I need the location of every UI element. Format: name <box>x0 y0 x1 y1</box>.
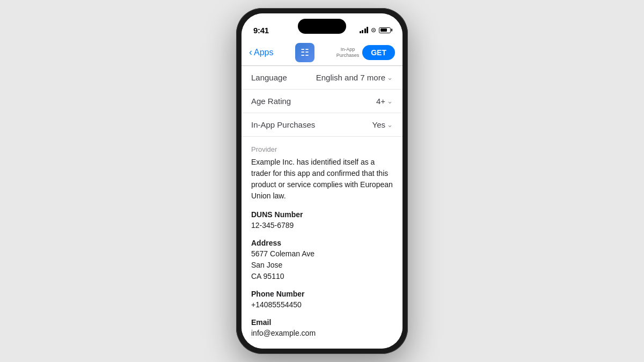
address-value: 5677 Coleman AveSan JoseCA 95110 <box>251 248 393 282</box>
phone-value: +14085554450 <box>251 299 393 311</box>
in-app-purchases-row[interactable]: In-App Purchases Yes ⌄ <box>241 113 402 137</box>
language-label: Language <box>251 73 287 82</box>
email-value: info@example.com <box>251 328 393 339</box>
signal-icon <box>360 27 369 33</box>
duns-block: DUNS Number 12-345-6789 <box>251 210 393 231</box>
nav-bar: ‹ Apps ☷ In-AppPurchases GET <box>241 39 402 66</box>
email-label: Email <box>251 318 393 327</box>
address-label: Address <box>251 239 393 247</box>
nav-get-area: In-AppPurchases GET <box>336 45 395 60</box>
back-chevron-icon: ‹ <box>249 47 252 57</box>
in-app-purchases-value: Yes <box>372 120 385 129</box>
email-block: Email info@example.com <box>251 318 393 339</box>
provider-section-label: Provider <box>251 145 393 153</box>
phone-label: Phone Number <box>251 290 393 298</box>
dynamic-island <box>298 19 346 34</box>
in-app-purchases-value-area: Yes ⌄ <box>372 120 393 129</box>
app-icon: ☷ <box>295 43 314 62</box>
phone-block: Phone Number +14085554450 <box>251 290 393 311</box>
age-rating-chevron-icon: ⌄ <box>387 97 393 105</box>
provider-description: Example Inc. has identified itself as a … <box>251 157 393 202</box>
status-bar: 9:41 ⊜ <box>241 13 402 39</box>
status-icons: ⊜ <box>360 26 391 34</box>
back-button[interactable]: ‹ Apps <box>249 48 273 57</box>
provider-section: Provider Example Inc. has identified its… <box>241 137 402 349</box>
get-button[interactable]: GET <box>362 45 395 60</box>
phone-screen: 9:41 ⊜ ‹ Apps ☷ In-AppPurchase <box>241 13 402 349</box>
in-app-purchases-label: In-AppPurchases <box>336 47 360 58</box>
in-app-purchases-row-label: In-App Purchases <box>251 120 315 129</box>
status-time: 9:41 <box>253 26 269 35</box>
battery-icon <box>379 27 391 33</box>
age-rating-value: 4+ <box>376 97 385 106</box>
duns-label: DUNS Number <box>251 210 393 219</box>
address-block: Address 5677 Coleman AveSan JoseCA 95110 <box>251 239 393 282</box>
age-rating-label: Age Rating <box>251 97 291 106</box>
language-row[interactable]: Language English and 7 more ⌄ <box>241 66 402 90</box>
language-value-area: English and 7 more ⌄ <box>316 73 393 82</box>
content-area: Language English and 7 more ⌄ Age Rating… <box>241 66 402 349</box>
wifi-icon: ⊜ <box>371 26 376 34</box>
phone-frame: 9:41 ⊜ ‹ Apps ☷ In-AppPurchase <box>236 8 408 354</box>
language-value: English and 7 more <box>316 73 385 82</box>
back-label: Apps <box>254 48 273 57</box>
language-chevron-icon: ⌄ <box>387 73 393 82</box>
in-app-purchases-chevron-icon: ⌄ <box>387 121 393 129</box>
age-rating-row[interactable]: Age Rating 4+ ⌄ <box>241 90 402 113</box>
duns-value: 12-345-6789 <box>251 220 393 231</box>
age-rating-value-area: 4+ ⌄ <box>376 97 393 106</box>
